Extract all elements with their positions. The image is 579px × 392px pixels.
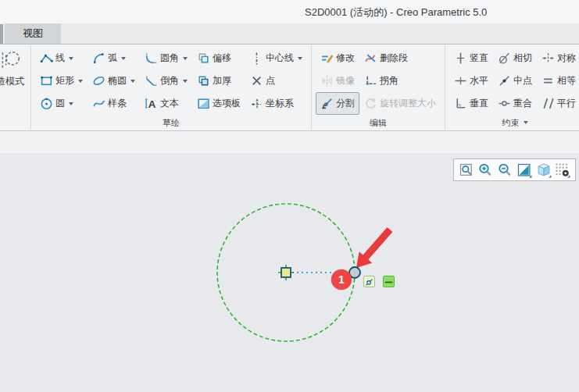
offset-icon [197, 52, 210, 65]
sketch-view-button[interactable] [516, 162, 532, 178]
ribbon-column: 弧椭圆样条 [88, 47, 140, 115]
button-label: 弧 [108, 52, 117, 65]
circle-button[interactable]: 圆 [35, 92, 88, 115]
dropdown-caret-icon[interactable] [183, 80, 188, 83]
symmetric-icon [541, 52, 555, 65]
dropdown-caret-icon[interactable] [121, 57, 126, 60]
offset-button[interactable]: 偏移 [192, 47, 245, 69]
modify-button[interactable]: 修改 [316, 47, 359, 69]
coincident-constraint-button[interactable]: 重合 [493, 92, 537, 115]
construction-mode-icon [0, 48, 22, 72]
ribbon-column: 中心线点坐标系 [245, 47, 307, 115]
button-label: 对称 [557, 52, 576, 65]
fillet-icon [145, 52, 158, 65]
spline-button[interactable]: 样条 [88, 92, 140, 115]
arc-icon [92, 52, 105, 65]
button-label: 倒角 [160, 74, 179, 87]
group-label-text: 约束 [502, 117, 520, 129]
spline-icon [92, 97, 105, 110]
clipped-left-tab[interactable] [0, 24, 3, 44]
display-filters-button[interactable] [555, 162, 571, 178]
palette-icon [197, 97, 210, 110]
point-button[interactable]: 点 [245, 69, 307, 92]
fillet-button[interactable]: 圆角 [140, 47, 192, 69]
parallel-constraint-button[interactable]: 平行 [537, 92, 579, 115]
saved-views-button[interactable] [535, 162, 552, 178]
text-button[interactable]: A文本 [140, 92, 192, 115]
ribbon-separator [30, 46, 31, 129]
equal-icon [541, 74, 555, 87]
ribbon-column: 竖直水平垂直 [449, 47, 493, 115]
ribbon-column: 对称相等平行 [537, 47, 579, 115]
line-icon [40, 52, 53, 65]
tab-view[interactable]: 视图 [5, 23, 61, 44]
button-label: 垂直 [470, 97, 488, 110]
dropdown-caret-icon[interactable] [298, 57, 302, 60]
equal-hint-icon [383, 276, 395, 287]
dropdown-caret-icon[interactable] [130, 80, 135, 83]
divide-button[interactable]: 分割 [316, 92, 359, 115]
coordinate-system-button[interactable]: 坐标系 [245, 92, 307, 115]
symmetric-constraint-button[interactable]: 对称 [537, 47, 579, 69]
button-label: 坐标系 [266, 97, 294, 110]
corner-icon [364, 74, 377, 87]
graphics-toolbar [453, 159, 576, 181]
button-label: 镜像 [336, 74, 355, 87]
divide-icon [320, 97, 334, 110]
button-label: 相切 [513, 52, 532, 65]
ribbon-column: 线矩形圆 [35, 47, 88, 115]
group-dropdown-caret-icon[interactable] [524, 121, 528, 124]
centerline-button[interactable]: 中心线 [245, 47, 307, 69]
horizontal-constraint-button[interactable]: 水平 [449, 69, 493, 92]
perpendicular-constraint-button[interactable]: 垂直 [449, 92, 493, 115]
button-label: 中点 [513, 74, 532, 87]
ribbon-separator [445, 46, 445, 129]
dropdown-caret-icon[interactable] [69, 57, 73, 60]
window-title: S2D0001 (活动的) - Creo Parametric 5.0 [305, 5, 487, 20]
corner-button[interactable]: 拐角 [359, 69, 441, 92]
dropdown-caret-icon[interactable] [183, 57, 188, 60]
midpoint-constraint-button[interactable]: 中点 [493, 69, 537, 92]
cube-icon [536, 162, 552, 178]
centerline-icon [250, 52, 263, 65]
zoom-out-button[interactable] [497, 162, 513, 178]
button-label: 文本 [160, 97, 179, 110]
button-label: 分割 [336, 97, 355, 110]
button-label: 拐角 [380, 74, 399, 87]
group-sketch: 线矩形圆弧椭圆样条圆角倒角A文本偏移加厚选项板中心线点坐标系草绘 [34, 45, 309, 130]
chamfer-button[interactable]: 倒角 [140, 69, 192, 92]
vertical-constraint-button[interactable]: 竖直 [449, 47, 493, 69]
arc-button[interactable]: 弧 [88, 47, 140, 69]
button-label: 圆 [55, 97, 65, 110]
mirror-icon [320, 74, 334, 87]
zoomin-icon [477, 162, 493, 178]
ellipse-button[interactable]: 椭圆 [88, 69, 140, 92]
button-label: 矩形 [55, 74, 74, 87]
ribbon-lower-strip [0, 131, 579, 153]
ribbon-column: 相切中点重合 [493, 47, 537, 115]
ribbon-tab-bar: 视图 [0, 23, 579, 45]
text-icon: A [145, 97, 158, 110]
delete-segment-button[interactable]: 删除段 [359, 47, 441, 69]
construction-mode-label: 造模式 [0, 75, 24, 88]
dropdown-caret-icon[interactable] [78, 80, 83, 83]
button-label: 重合 [513, 97, 532, 110]
zoom-in-button[interactable] [477, 162, 494, 178]
divide-hint-icon [363, 276, 375, 287]
zoom-fit-button[interactable] [458, 162, 474, 178]
button-label: 样条 [108, 97, 127, 110]
thicken-icon [197, 74, 210, 87]
group-edit: 修改镜像分割删除段拐角旋转调整大小编辑 [314, 45, 442, 130]
group-label-text: 草绘 [163, 117, 180, 129]
rectangle-button[interactable]: 矩形 [35, 69, 88, 92]
line-button[interactable]: 线 [35, 47, 88, 69]
equal-constraint-button[interactable]: 相等 [537, 69, 579, 92]
dropdown-caret-icon[interactable] [69, 102, 73, 105]
construction-mode-button[interactable]: 造模式 [0, 45, 28, 130]
tangent-constraint-button[interactable]: 相切 [493, 47, 537, 69]
ribbon-separator [311, 46, 312, 129]
graphics-canvas[interactable] [0, 153, 579, 392]
thicken-button[interactable]: 加厚 [192, 69, 245, 92]
palette-button[interactable]: 选项板 [192, 92, 245, 115]
horiz-icon [454, 74, 467, 87]
